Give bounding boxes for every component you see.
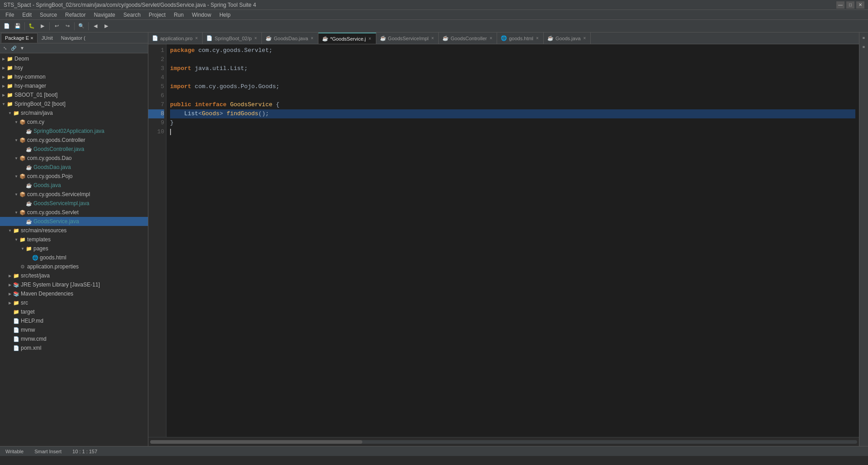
tree-item-hsy-manager[interactable]: ▶📁hsy-manager bbox=[0, 81, 148, 90]
tree-item-app-properties[interactable]: ⚙application.properties bbox=[0, 262, 148, 271]
tree-item-com-cy-goods-serviceimpl[interactable]: ▼📦com.cy.goods.ServiceImpl bbox=[0, 190, 148, 199]
tree-item-help-md[interactable]: 📄HELP.md bbox=[0, 316, 148, 325]
menu-item-window[interactable]: Window bbox=[188, 11, 215, 19]
tree-item-Goods[interactable]: ☕Goods.java bbox=[0, 181, 148, 190]
menu-item-search[interactable]: Search bbox=[120, 11, 144, 19]
tab-close-button[interactable]: × bbox=[253, 36, 258, 41]
tree-item-icon: 📚 bbox=[13, 281, 20, 288]
right-sidebar-btn-2[interactable]: ≡ bbox=[860, 43, 868, 51]
tree-item-src-main-resources[interactable]: ▼📁src/main/resources bbox=[0, 226, 148, 235]
back-button[interactable]: ◀ bbox=[90, 21, 100, 31]
tab-close-button[interactable]: × bbox=[535, 36, 540, 41]
collapse-all-button[interactable]: ⤡ bbox=[1, 44, 9, 52]
tab-package-explorer[interactable]: Package E × bbox=[1, 33, 38, 43]
code-line-3[interactable]: import java.util.List; bbox=[170, 64, 855, 73]
tree-item-label: pom.xml bbox=[21, 345, 41, 351]
editor-tab-goodsserviceimpl[interactable]: ☕GoodsServiceImpl× bbox=[376, 33, 439, 44]
tree-item-pages[interactable]: ▼📁pages bbox=[0, 244, 148, 253]
code-line-8[interactable]: List<Goods> findGoods(); bbox=[170, 109, 855, 118]
code-line-1[interactable]: package com.cy.goods.Servlet; bbox=[170, 46, 855, 55]
tree-item-label: HELP.md bbox=[21, 318, 43, 324]
tree-item-deom[interactable]: ▶📁Deom bbox=[0, 54, 148, 63]
tree-item-goods-html[interactable]: 🌐goods.html bbox=[0, 253, 148, 262]
undo-button[interactable]: ↩ bbox=[52, 21, 62, 31]
tab-close-button[interactable]: × bbox=[583, 36, 587, 41]
editor-tab-springboot02p[interactable]: 📄SpringBoot_02/p× bbox=[203, 33, 262, 44]
tree-item-hsy-common[interactable]: ▶📁hsy-common bbox=[0, 72, 148, 81]
code-line-4[interactable] bbox=[170, 73, 855, 82]
tree-item-icon: 🌐 bbox=[32, 254, 39, 261]
tree-item-target[interactable]: 📁target bbox=[0, 307, 148, 316]
code-line-10[interactable] bbox=[170, 127, 855, 136]
code-line-7[interactable]: public interface GoodsService { bbox=[170, 100, 855, 109]
editor-tab-goodsjava[interactable]: ☕Goods.java× bbox=[544, 33, 591, 44]
tree-item-src-main-java[interactable]: ▼📁src/main/java bbox=[0, 108, 148, 117]
tree-item-sboot01[interactable]: ▶📁SBOOT_01 [boot] bbox=[0, 90, 148, 99]
tree-item-com-cy-goods-servlet[interactable]: ▼📦com.cy.goods.Servlet bbox=[0, 208, 148, 217]
maximize-button[interactable]: □ bbox=[846, 1, 854, 9]
tree-arrow: ▶ bbox=[1, 93, 6, 97]
tree-item-mvnw[interactable]: 📄mvnw bbox=[0, 325, 148, 334]
new-button[interactable]: 📄 bbox=[2, 21, 12, 31]
tree-item-jre-system[interactable]: ▶📚JRE System Library [JavaSE-11] bbox=[0, 280, 148, 289]
tab-close-button[interactable]: × bbox=[194, 36, 199, 41]
editor-tab-goodsdaojava[interactable]: ☕GoodsDao.java× bbox=[262, 33, 318, 44]
tree-item-GoodsServiceImpl[interactable]: ☕GoodsServiceImpl.java bbox=[0, 199, 148, 208]
link-editor-button[interactable]: 🔗 bbox=[9, 44, 18, 52]
run-button[interactable]: ▶ bbox=[38, 21, 47, 31]
file-tree[interactable]: ▶📁Deom▶📁hsy▶📁hsy-common▶📁hsy-manager▶📁SB… bbox=[0, 53, 148, 446]
menu-item-file[interactable]: File bbox=[2, 11, 18, 19]
tree-item-GoodsController[interactable]: ☕GoodsController.java bbox=[0, 145, 148, 154]
tab-navigator[interactable]: Navigator ( bbox=[57, 33, 90, 43]
tab-close-button[interactable]: × bbox=[489, 36, 493, 41]
code-content[interactable]: package com.cy.goods.Servlet;import java… bbox=[166, 44, 859, 437]
debug-button[interactable]: 🐛 bbox=[27, 21, 37, 31]
menu-item-project[interactable]: Project bbox=[145, 11, 169, 19]
tree-item-icon: ☕ bbox=[25, 218, 33, 225]
code-line-5[interactable]: import com.cy.goods.Pojo.Goods; bbox=[170, 82, 855, 91]
search-button[interactable]: 🔍 bbox=[76, 21, 86, 31]
tree-item-com-cy-goods-dao[interactable]: ▼📦com.cy.goods.Dao bbox=[0, 154, 148, 163]
menu-item-run[interactable]: Run bbox=[170, 11, 187, 19]
tree-item-com-cy-goods-pojo[interactable]: ▼📦com.cy.goods.Pojo bbox=[0, 172, 148, 181]
tree-item-com-cy[interactable]: ▼📦com.cy bbox=[0, 117, 148, 127]
code-line-6[interactable] bbox=[170, 91, 855, 100]
menu-item-navigate[interactable]: Navigate bbox=[90, 11, 119, 19]
editor-tab-goodsservicej[interactable]: ☕*GoodsService.j× bbox=[318, 33, 376, 44]
tree-item-com-cy-goods-controller[interactable]: ▼📦com.cy.goods.Controller bbox=[0, 136, 148, 145]
editor-tab-goodshtml[interactable]: 🌐goods.html× bbox=[497, 33, 544, 44]
minimize-button[interactable]: — bbox=[836, 1, 844, 9]
forward-button[interactable]: ▶ bbox=[101, 21, 111, 31]
tree-arrow: ▶ bbox=[1, 57, 6, 61]
tree-item-mvnw-cmd[interactable]: 📄mvnw.cmd bbox=[0, 334, 148, 343]
tree-item-src-test-java[interactable]: ▶📁src/test/java bbox=[0, 271, 148, 280]
tree-item-src[interactable]: ▶📁src bbox=[0, 298, 148, 307]
redo-button[interactable]: ↪ bbox=[62, 21, 72, 31]
tree-item-pom-xml[interactable]: 📄pom.xml bbox=[0, 343, 148, 352]
menu-item-source[interactable]: Source bbox=[36, 11, 61, 19]
tree-item-maven-deps[interactable]: ▶📚Maven Dependencies bbox=[0, 289, 148, 298]
code-editor[interactable]: 12345678910 package com.cy.goods.Servlet… bbox=[148, 44, 859, 437]
tree-item-GoodsDao[interactable]: ☕GoodsDao.java bbox=[0, 163, 148, 172]
tab-junit[interactable]: JUnit bbox=[38, 33, 57, 43]
menu-item-refactor[interactable]: Refactor bbox=[62, 11, 89, 19]
tree-item-GoodsService[interactable]: ☕GoodsService.java bbox=[0, 217, 148, 226]
right-sidebar-btn-1[interactable]: ≡ bbox=[860, 34, 868, 42]
save-button[interactable]: 💾 bbox=[13, 21, 23, 31]
menu-item-edit[interactable]: Edit bbox=[19, 11, 35, 19]
filter-button[interactable]: ▼ bbox=[18, 44, 26, 52]
tree-item-hsy[interactable]: ▶📁hsy bbox=[0, 63, 148, 72]
tree-item-templates[interactable]: ▼📁templates bbox=[0, 235, 148, 244]
code-line-2[interactable] bbox=[170, 55, 855, 64]
editor-tab-applicationpro[interactable]: 📄application.pro× bbox=[148, 33, 203, 44]
tree-item-springboot02[interactable]: ▼📁SpringBoot_02 [boot] bbox=[0, 99, 148, 108]
editor-tab-goodscontroller[interactable]: ☕GoodsController× bbox=[439, 33, 497, 44]
tab-close-button[interactable]: × bbox=[430, 36, 435, 41]
close-button[interactable]: ✕ bbox=[856, 1, 864, 9]
tab-close-button[interactable]: × bbox=[310, 36, 314, 41]
tree-item-SpringBoot02App[interactable]: ☕SpringBoot02Application.java bbox=[0, 127, 148, 136]
code-line-9[interactable]: } bbox=[170, 118, 855, 127]
tab-close-button[interactable]: × bbox=[368, 36, 372, 41]
menu-item-help[interactable]: Help bbox=[216, 11, 234, 19]
tree-item-label: goods.html bbox=[40, 254, 66, 261]
